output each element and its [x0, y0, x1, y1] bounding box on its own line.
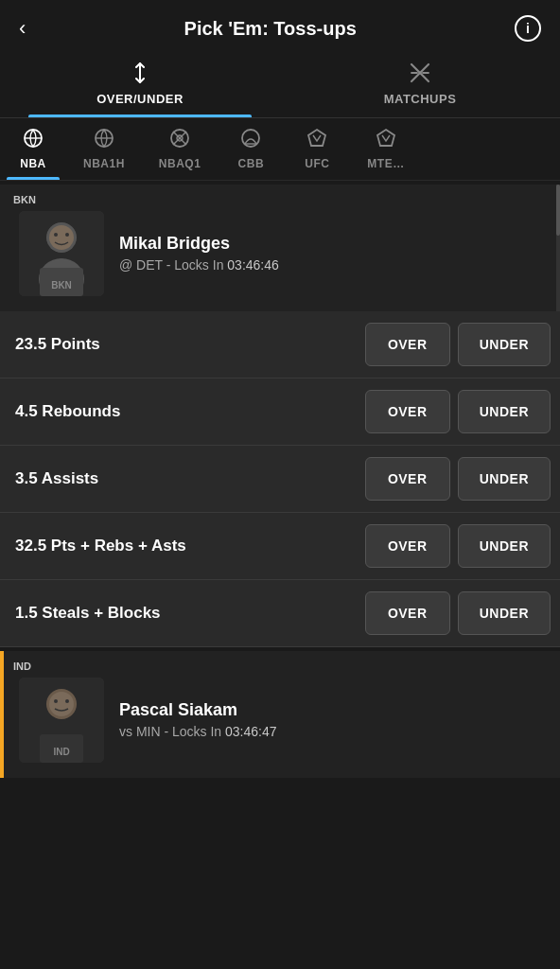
- player-name-bridges: Mikal Bridges: [119, 234, 279, 254]
- prop-row-combo: 32.5 Pts + Rebs + Asts OVER UNDER: [0, 513, 560, 580]
- svg-point-26: [49, 692, 74, 716]
- svg-marker-14: [308, 130, 325, 146]
- team-badge-bkn: BKN: [13, 194, 36, 205]
- over-under-icon: [130, 62, 150, 88]
- prop-row-assists: 3.5 Assists OVER UNDER: [0, 446, 560, 513]
- scroll-indicator: [556, 185, 560, 311]
- header: ‹ Pick 'Em: Toss-ups i: [0, 0, 560, 53]
- player-avatar-bridges: BKN: [19, 211, 104, 296]
- prop-label-steals-blocks: 1.5 Steals + Blocks: [0, 585, 356, 642]
- sport-tab-cbb[interactable]: CBB: [218, 118, 284, 180]
- sport-label-nba: NBA: [20, 157, 46, 170]
- prop-under-combo[interactable]: UNDER: [458, 524, 551, 568]
- tab-over-under[interactable]: OVER/UNDER: [0, 53, 280, 117]
- lock-timer-bridges: 03:46:46: [227, 257, 279, 273]
- sport-label-mte: MTE…: [367, 157, 404, 170]
- prop-buttons-rebounds: OVER UNDER: [356, 379, 560, 445]
- sport-label-nbaq1: NBAQ1: [159, 157, 201, 170]
- mte-icon: [376, 128, 396, 153]
- tab-matchups[interactable]: MATCHUPS: [280, 53, 560, 117]
- sport-tab-nbaq1[interactable]: NBAQ1: [142, 118, 219, 180]
- player-avatar-siakam: IND: [19, 678, 104, 763]
- over-under-label: OVER/UNDER: [96, 92, 184, 106]
- main-tabs: OVER/UNDER MATCHUPS: [0, 53, 560, 118]
- prop-label-combo: 32.5 Pts + Rebs + Asts: [0, 518, 356, 574]
- svg-text:IND: IND: [53, 747, 69, 757]
- player-name-siakam: Pascal Siakam: [119, 700, 277, 720]
- sport-tab-mte[interactable]: MTE…: [350, 118, 421, 180]
- player-card-bridges: BKN BKN Mikal Bridges @ DET: [0, 185, 560, 311]
- svg-point-19: [49, 225, 74, 250]
- back-button[interactable]: ‹: [19, 16, 26, 41]
- ufc-icon: [306, 128, 327, 153]
- sport-tab-ufc[interactable]: UFC: [284, 118, 350, 180]
- prop-buttons-combo: OVER UNDER: [356, 513, 560, 579]
- info-button[interactable]: i: [515, 15, 541, 42]
- prop-buttons-points: OVER UNDER: [356, 311, 560, 378]
- prop-over-assists[interactable]: OVER: [365, 457, 450, 501]
- prop-buttons-steals-blocks: OVER UNDER: [356, 580, 560, 646]
- team-badge-ind: IND: [13, 661, 31, 672]
- sport-label-nba1h: NBA1H: [83, 157, 125, 170]
- prop-over-steals-blocks[interactable]: OVER: [365, 591, 450, 635]
- sport-tab-nba1h[interactable]: NBA1H: [66, 118, 142, 180]
- prop-over-rebounds[interactable]: OVER: [365, 390, 450, 433]
- lock-timer-siakam: 03:46:47: [225, 724, 277, 739]
- props-table: 23.5 Points OVER UNDER 4.5 Rebounds OVER…: [0, 311, 560, 647]
- svg-point-28: [65, 699, 69, 703]
- matchups-icon: [410, 62, 430, 88]
- prop-over-combo[interactable]: OVER: [365, 524, 450, 568]
- player-card-siakam: IND IND Pascal Siakam vs MIN - Locks In …: [0, 651, 560, 778]
- svg-point-21: [65, 233, 69, 237]
- nba1h-icon: [94, 128, 114, 153]
- sport-label-ufc: UFC: [305, 157, 329, 170]
- prop-label-assists: 3.5 Assists: [0, 450, 356, 507]
- prop-buttons-assists: OVER UNDER: [356, 446, 560, 512]
- sport-tab-nba[interactable]: NBA: [0, 118, 66, 180]
- sport-tabs: NBA NBA1H NBAQ1: [0, 118, 560, 181]
- svg-marker-15: [377, 130, 394, 146]
- prop-under-points[interactable]: UNDER: [458, 323, 551, 366]
- prop-row-points: 23.5 Points OVER UNDER: [0, 311, 560, 379]
- player-meta-bridges: @ DET - Locks In 03:46:46: [119, 257, 279, 273]
- player-info-bridges: Mikal Bridges @ DET - Locks In 03:46:46: [119, 234, 279, 273]
- prop-row-rebounds: 4.5 Rebounds OVER UNDER: [0, 379, 560, 446]
- matchups-label: MATCHUPS: [384, 92, 457, 106]
- prop-label-points: 23.5 Points: [0, 316, 356, 373]
- player-meta-siakam: vs MIN - Locks In 03:46:47: [119, 724, 277, 739]
- prop-under-rebounds[interactable]: UNDER: [458, 390, 551, 433]
- prop-under-assists[interactable]: UNDER: [458, 457, 551, 501]
- cbb-icon: [240, 128, 261, 153]
- page-title: Pick 'Em: Toss-ups: [184, 18, 357, 40]
- player-info-siakam: Pascal Siakam vs MIN - Locks In 03:46:47: [119, 700, 277, 739]
- prop-over-points[interactable]: OVER: [365, 323, 450, 366]
- sport-label-cbb: CBB: [238, 157, 265, 170]
- prop-under-steals-blocks[interactable]: UNDER: [458, 591, 551, 635]
- prop-row-steals-blocks: 1.5 Steals + Blocks OVER UNDER: [0, 580, 560, 647]
- prop-label-rebounds: 4.5 Rebounds: [0, 383, 356, 440]
- svg-text:BKN: BKN: [51, 280, 72, 291]
- nba-icon: [23, 128, 44, 153]
- svg-point-20: [54, 233, 58, 237]
- nbaq1-icon: [169, 128, 190, 153]
- svg-point-27: [54, 699, 58, 703]
